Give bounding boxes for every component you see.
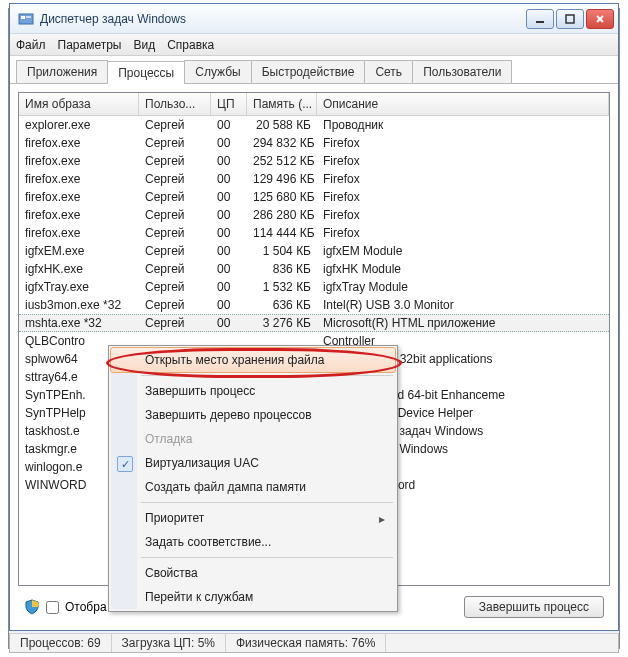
cell-img: igfxTray.exe bbox=[19, 280, 139, 294]
status-mem-label: Физическая память: bbox=[236, 636, 348, 650]
cell-desc: Intel(R) USB 3.0 Monitor bbox=[317, 298, 609, 312]
menu-options[interactable]: Параметры bbox=[58, 38, 122, 52]
cell-desc: Firefox bbox=[317, 154, 609, 168]
svg-rect-2 bbox=[26, 16, 31, 18]
tab-applications[interactable]: Приложения bbox=[16, 60, 108, 83]
cell-img: mshta.exe *32 bbox=[19, 316, 139, 330]
cm-properties[interactable]: Свойства bbox=[111, 561, 395, 585]
tab-strip: Приложения Процессы Службы Быстродействи… bbox=[10, 56, 618, 84]
table-row[interactable]: igfxHK.exeСергей00836 КБigfxHK Module bbox=[19, 260, 609, 278]
cell-user: Сергей bbox=[139, 280, 211, 294]
menu-help[interactable]: Справка bbox=[167, 38, 214, 52]
cell-img: igfxHK.exe bbox=[19, 262, 139, 276]
table-row[interactable]: firefox.exeСергей00129 496 КБFirefox bbox=[19, 170, 609, 188]
cell-cpu: 00 bbox=[211, 280, 247, 294]
col-description[interactable]: Описание bbox=[317, 93, 609, 115]
cell-desc: Firefox bbox=[317, 208, 609, 222]
tab-performance[interactable]: Быстродействие bbox=[251, 60, 366, 83]
cell-user: Сергей bbox=[139, 226, 211, 240]
tab-processes[interactable]: Процессы bbox=[107, 61, 185, 84]
menu-file[interactable]: Файл bbox=[16, 38, 46, 52]
table-row[interactable]: firefox.exeСергей00286 280 КБFirefox bbox=[19, 206, 609, 224]
cell-user: Сергей bbox=[139, 172, 211, 186]
title-bar[interactable]: Диспетчер задач Windows bbox=[10, 4, 618, 34]
cell-user: Сергей bbox=[139, 298, 211, 312]
submenu-arrow-icon: ▸ bbox=[379, 512, 385, 526]
cm-end-process[interactable]: Завершить процесс bbox=[111, 379, 395, 403]
cell-img: firefox.exe bbox=[19, 136, 139, 150]
col-image[interactable]: Имя образа bbox=[19, 93, 139, 115]
cell-cpu: 00 bbox=[211, 262, 247, 276]
svg-rect-1 bbox=[21, 16, 25, 19]
show-all-users-checkbox[interactable] bbox=[46, 601, 59, 614]
tab-users[interactable]: Пользователи bbox=[412, 60, 512, 83]
cell-mem: 129 496 КБ bbox=[247, 172, 317, 186]
end-process-button[interactable]: Завершить процесс bbox=[464, 596, 604, 618]
table-row[interactable]: iusb3mon.exe *32Сергей00636 КБIntel(R) U… bbox=[19, 296, 609, 314]
cm-open-file-location[interactable]: Открыть место хранения файла bbox=[110, 347, 396, 373]
cell-desc: Microsoft(R) HTML приложение bbox=[317, 316, 609, 330]
taskmgr-icon bbox=[18, 11, 34, 27]
cm-set-affinity[interactable]: Задать соответствие... bbox=[111, 530, 395, 554]
cell-cpu: 00 bbox=[211, 208, 247, 222]
maximize-button[interactable] bbox=[556, 9, 584, 29]
table-row[interactable]: firefox.exeСергей00114 444 КБFirefox bbox=[19, 224, 609, 242]
table-row[interactable]: explorer.exeСергей0020 588 КБПроводник bbox=[19, 116, 609, 134]
cell-mem: 1 532 КБ bbox=[247, 280, 317, 294]
cell-user: Сергей bbox=[139, 316, 211, 330]
cm-create-dump[interactable]: Создать файл дампа памяти bbox=[111, 475, 395, 499]
cell-img: firefox.exe bbox=[19, 226, 139, 240]
col-memory[interactable]: Память (... bbox=[247, 93, 317, 115]
minimize-button[interactable] bbox=[526, 9, 554, 29]
cell-img: firefox.exe bbox=[19, 190, 139, 204]
table-row[interactable]: firefox.exeСергей00294 832 КБFirefox bbox=[19, 134, 609, 152]
tab-services[interactable]: Службы bbox=[184, 60, 251, 83]
cell-desc: Проводник bbox=[317, 118, 609, 132]
menu-view[interactable]: Вид bbox=[133, 38, 155, 52]
cm-goto-services[interactable]: Перейти к службам bbox=[111, 585, 395, 609]
cell-cpu: 00 bbox=[211, 136, 247, 150]
cell-img: igfxEM.exe bbox=[19, 244, 139, 258]
cell-mem: 1 504 КБ bbox=[247, 244, 317, 258]
cell-cpu: 00 bbox=[211, 244, 247, 258]
svg-rect-4 bbox=[566, 15, 574, 23]
table-row[interactable]: igfxTray.exeСергей001 532 КБigfxTray Mod… bbox=[19, 278, 609, 296]
status-proc-label: Процессов: bbox=[20, 636, 84, 650]
col-user[interactable]: Пользо... bbox=[139, 93, 211, 115]
cell-user: Сергей bbox=[139, 244, 211, 258]
cell-desc: Firefox bbox=[317, 136, 609, 150]
tab-network[interactable]: Сеть bbox=[364, 60, 413, 83]
table-row[interactable]: igfxEM.exeСергей001 504 КБigfxEM Module bbox=[19, 242, 609, 260]
close-button[interactable] bbox=[586, 9, 614, 29]
cell-mem: 286 280 КБ bbox=[247, 208, 317, 222]
cell-desc: igfxTray Module bbox=[317, 280, 609, 294]
cell-user: Сергей bbox=[139, 118, 211, 132]
cell-user: Сергей bbox=[139, 190, 211, 204]
cell-img: iusb3mon.exe *32 bbox=[19, 298, 139, 312]
cm-priority[interactable]: Приоритет▸ bbox=[111, 506, 395, 530]
cell-cpu: 00 bbox=[211, 190, 247, 204]
cell-mem: 294 832 КБ bbox=[247, 136, 317, 150]
status-proc-value: 69 bbox=[87, 636, 100, 650]
table-row[interactable]: mshta.exe *32Сергей003 276 КБMicrosoft(R… bbox=[19, 314, 609, 332]
menu-bar: Файл Параметры Вид Справка bbox=[10, 34, 618, 56]
status-bar: Процессов: 69 Загрузка ЦП: 5% Физическая… bbox=[9, 633, 619, 653]
cell-img: firefox.exe bbox=[19, 208, 139, 222]
cell-mem: 252 512 КБ bbox=[247, 154, 317, 168]
process-context-menu: Открыть место хранения файла Завершить п… bbox=[108, 345, 398, 612]
table-row[interactable]: firefox.exeСергей00252 512 КБFirefox bbox=[19, 152, 609, 170]
cell-mem: 636 КБ bbox=[247, 298, 317, 312]
cm-debug: Отладка bbox=[111, 427, 395, 451]
cell-user: Сергей bbox=[139, 154, 211, 168]
cell-mem: 836 КБ bbox=[247, 262, 317, 276]
cell-img: explorer.exe bbox=[19, 118, 139, 132]
col-cpu[interactable]: ЦП bbox=[211, 93, 247, 115]
column-headers[interactable]: Имя образа Пользо... ЦП Память (... Опис… bbox=[19, 93, 609, 116]
cell-mem: 125 680 КБ bbox=[247, 190, 317, 204]
cm-end-process-tree[interactable]: Завершить дерево процессов bbox=[111, 403, 395, 427]
table-row[interactable]: firefox.exeСергей00125 680 КБFirefox bbox=[19, 188, 609, 206]
uac-shield-icon bbox=[24, 599, 40, 615]
cm-uac-virtualization[interactable]: ✓Виртуализация UAC bbox=[111, 451, 395, 475]
cell-mem: 114 444 КБ bbox=[247, 226, 317, 240]
cell-cpu: 00 bbox=[211, 118, 247, 132]
